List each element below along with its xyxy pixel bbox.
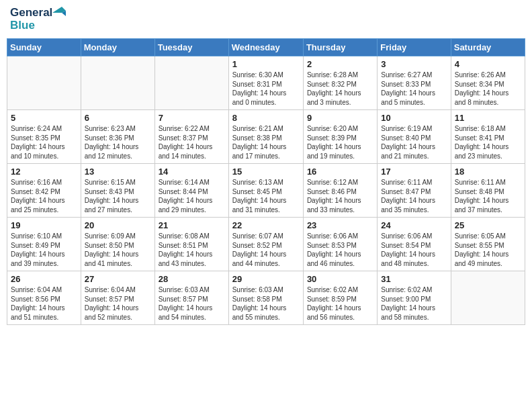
calendar-cell: 1Sunrise: 6:30 AM Sunset: 8:31 PM Daylig… [228, 56, 303, 110]
day-number: 18 [455, 167, 521, 177]
day-number: 31 [381, 274, 447, 284]
calendar-cell: 30Sunrise: 6:02 AM Sunset: 8:59 PM Dayli… [303, 271, 377, 325]
day-number: 5 [11, 113, 77, 123]
day-info: Sunrise: 6:06 AM Sunset: 8:53 PM Dayligh… [307, 232, 373, 268]
day-number: 30 [307, 274, 373, 284]
calendar-cell: 14Sunrise: 6:14 AM Sunset: 8:44 PM Dayli… [154, 164, 228, 218]
calendar-cell: 19Sunrise: 6:10 AM Sunset: 8:49 PM Dayli… [7, 218, 81, 271]
calendar-cell: 4Sunrise: 6:26 AM Sunset: 8:34 PM Daylig… [451, 56, 525, 110]
day-info: Sunrise: 6:28 AM Sunset: 8:32 PM Dayligh… [307, 71, 373, 107]
day-info: Sunrise: 6:04 AM Sunset: 8:56 PM Dayligh… [11, 285, 77, 322]
day-info: Sunrise: 6:09 AM Sunset: 8:50 PM Dayligh… [85, 232, 151, 268]
day-info: Sunrise: 6:30 AM Sunset: 8:31 PM Dayligh… [232, 71, 300, 107]
calendar-cell: 8Sunrise: 6:21 AM Sunset: 8:38 PM Daylig… [228, 110, 303, 164]
weekday-header: Tuesday [154, 39, 228, 56]
calendar-cell: 18Sunrise: 6:11 AM Sunset: 8:48 PM Dayli… [451, 164, 525, 218]
day-info: Sunrise: 6:06 AM Sunset: 8:54 PM Dayligh… [381, 232, 447, 268]
day-info: Sunrise: 6:04 AM Sunset: 8:57 PM Dayligh… [85, 285, 151, 322]
calendar-cell: 6Sunrise: 6:23 AM Sunset: 8:36 PM Daylig… [81, 110, 154, 164]
calendar-cell: 23Sunrise: 6:06 AM Sunset: 8:53 PM Dayli… [303, 218, 377, 271]
calendar-week-row: 12Sunrise: 6:16 AM Sunset: 8:42 PM Dayli… [7, 164, 525, 218]
calendar-cell: 28Sunrise: 6:03 AM Sunset: 8:57 PM Dayli… [154, 271, 228, 325]
day-number: 22 [232, 220, 300, 230]
logo-bird-icon [52, 7, 66, 19]
day-number: 15 [232, 167, 300, 177]
day-number: 26 [11, 274, 77, 284]
day-info: Sunrise: 6:16 AM Sunset: 8:42 PM Dayligh… [11, 178, 77, 214]
calendar-cell: 13Sunrise: 6:15 AM Sunset: 8:43 PM Dayli… [81, 164, 154, 218]
calendar-cell: 2Sunrise: 6:28 AM Sunset: 8:32 PM Daylig… [303, 56, 377, 110]
day-info: Sunrise: 6:24 AM Sunset: 8:35 PM Dayligh… [11, 124, 77, 161]
day-number: 4 [455, 59, 521, 69]
calendar-cell: 22Sunrise: 6:07 AM Sunset: 8:52 PM Dayli… [228, 218, 303, 271]
calendar-cell: 20Sunrise: 6:09 AM Sunset: 8:50 PM Dayli… [81, 218, 154, 271]
calendar-cell: 31Sunrise: 6:02 AM Sunset: 9:00 PM Dayli… [378, 271, 451, 325]
calendar-week-row: 1Sunrise: 6:30 AM Sunset: 8:31 PM Daylig… [7, 56, 525, 110]
weekday-header: Wednesday [228, 39, 303, 56]
day-info: Sunrise: 6:19 AM Sunset: 8:40 PM Dayligh… [381, 124, 447, 161]
day-info: Sunrise: 6:14 AM Sunset: 8:44 PM Dayligh… [159, 178, 225, 214]
calendar-cell: 11Sunrise: 6:18 AM Sunset: 8:41 PM Dayli… [451, 110, 525, 164]
day-info: Sunrise: 6:08 AM Sunset: 8:51 PM Dayligh… [159, 232, 225, 268]
day-info: Sunrise: 6:05 AM Sunset: 8:55 PM Dayligh… [455, 232, 521, 268]
day-info: Sunrise: 6:10 AM Sunset: 8:49 PM Dayligh… [11, 232, 77, 268]
logo-text-blue: Blue [10, 19, 35, 32]
day-number: 29 [232, 274, 300, 284]
day-number: 25 [455, 220, 521, 230]
day-info: Sunrise: 6:03 AM Sunset: 8:58 PM Dayligh… [232, 285, 300, 322]
day-number: 23 [307, 220, 373, 230]
day-number: 3 [381, 59, 447, 69]
day-number: 11 [455, 113, 521, 123]
day-number: 27 [85, 274, 151, 284]
logo-text-general: General [10, 7, 52, 19]
day-number: 7 [159, 113, 225, 123]
calendar-cell: 29Sunrise: 6:03 AM Sunset: 8:58 PM Dayli… [228, 271, 303, 325]
calendar-cell: 16Sunrise: 6:12 AM Sunset: 8:46 PM Dayli… [303, 164, 377, 218]
weekday-header-row: SundayMondayTuesdayWednesdayThursdayFrid… [7, 39, 525, 56]
day-info: Sunrise: 6:13 AM Sunset: 8:45 PM Dayligh… [232, 178, 300, 214]
logo: General Blue [10, 7, 66, 32]
calendar-week-row: 26Sunrise: 6:04 AM Sunset: 8:56 PM Dayli… [7, 271, 525, 325]
day-number: 20 [85, 220, 151, 230]
day-number: 19 [11, 220, 77, 230]
calendar-cell: 10Sunrise: 6:19 AM Sunset: 8:40 PM Dayli… [378, 110, 451, 164]
calendar-cell [451, 271, 525, 325]
day-info: Sunrise: 6:22 AM Sunset: 8:37 PM Dayligh… [159, 124, 225, 161]
day-number: 10 [381, 113, 447, 123]
day-info: Sunrise: 6:20 AM Sunset: 8:39 PM Dayligh… [307, 124, 373, 161]
day-number: 14 [159, 167, 225, 177]
day-number: 1 [232, 59, 300, 69]
day-info: Sunrise: 6:03 AM Sunset: 8:57 PM Dayligh… [159, 285, 225, 322]
day-number: 6 [85, 113, 151, 123]
calendar-cell: 25Sunrise: 6:05 AM Sunset: 8:55 PM Dayli… [451, 218, 525, 271]
calendar-cell: 7Sunrise: 6:22 AM Sunset: 8:37 PM Daylig… [154, 110, 228, 164]
day-info: Sunrise: 6:15 AM Sunset: 8:43 PM Dayligh… [85, 178, 151, 214]
day-info: Sunrise: 6:02 AM Sunset: 9:00 PM Dayligh… [381, 285, 447, 322]
day-number: 12 [11, 167, 77, 177]
day-info: Sunrise: 6:21 AM Sunset: 8:38 PM Dayligh… [232, 124, 300, 161]
calendar-cell: 3Sunrise: 6:27 AM Sunset: 8:33 PM Daylig… [378, 56, 451, 110]
calendar-cell: 24Sunrise: 6:06 AM Sunset: 8:54 PM Dayli… [378, 218, 451, 271]
calendar-table: SundayMondayTuesdayWednesdayThursdayFrid… [7, 38, 525, 325]
day-number: 2 [307, 59, 373, 69]
calendar-cell: 26Sunrise: 6:04 AM Sunset: 8:56 PM Dayli… [7, 271, 81, 325]
weekday-header: Saturday [451, 39, 525, 56]
calendar-cell [7, 56, 81, 110]
day-number: 13 [85, 167, 151, 177]
weekday-header: Thursday [303, 39, 377, 56]
day-info: Sunrise: 6:11 AM Sunset: 8:48 PM Dayligh… [455, 178, 521, 214]
day-number: 16 [307, 167, 373, 177]
calendar-cell: 9Sunrise: 6:20 AM Sunset: 8:39 PM Daylig… [303, 110, 377, 164]
day-info: Sunrise: 6:18 AM Sunset: 8:41 PM Dayligh… [455, 124, 521, 161]
day-info: Sunrise: 6:07 AM Sunset: 8:52 PM Dayligh… [232, 232, 300, 268]
day-number: 17 [381, 167, 447, 177]
day-number: 9 [307, 113, 373, 123]
calendar-cell: 15Sunrise: 6:13 AM Sunset: 8:45 PM Dayli… [228, 164, 303, 218]
day-info: Sunrise: 6:23 AM Sunset: 8:36 PM Dayligh… [85, 124, 151, 161]
calendar-cell: 21Sunrise: 6:08 AM Sunset: 8:51 PM Dayli… [154, 218, 228, 271]
calendar-cell: 17Sunrise: 6:11 AM Sunset: 8:47 PM Dayli… [378, 164, 451, 218]
day-info: Sunrise: 6:12 AM Sunset: 8:46 PM Dayligh… [307, 178, 373, 214]
page-header: General Blue [7, 7, 525, 32]
day-number: 24 [381, 220, 447, 230]
calendar-cell: 5Sunrise: 6:24 AM Sunset: 8:35 PM Daylig… [7, 110, 81, 164]
